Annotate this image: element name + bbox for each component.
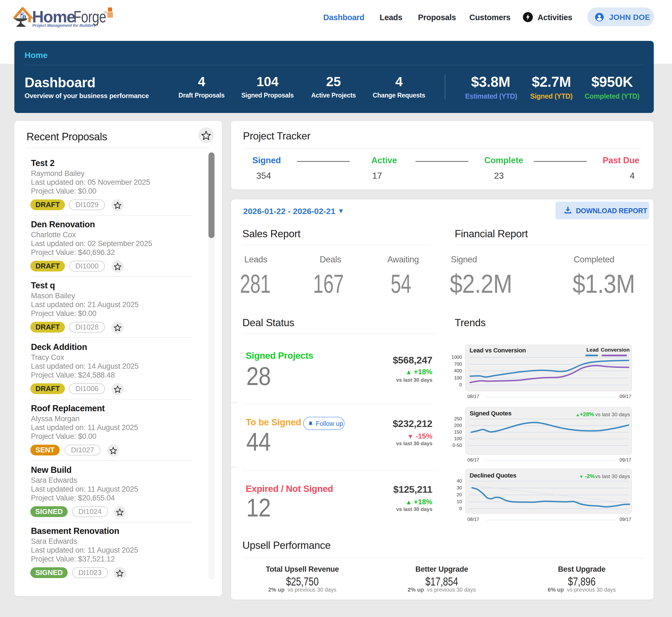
svg-text:Project Management for Builder: Project Management for Builders [32, 23, 95, 28]
